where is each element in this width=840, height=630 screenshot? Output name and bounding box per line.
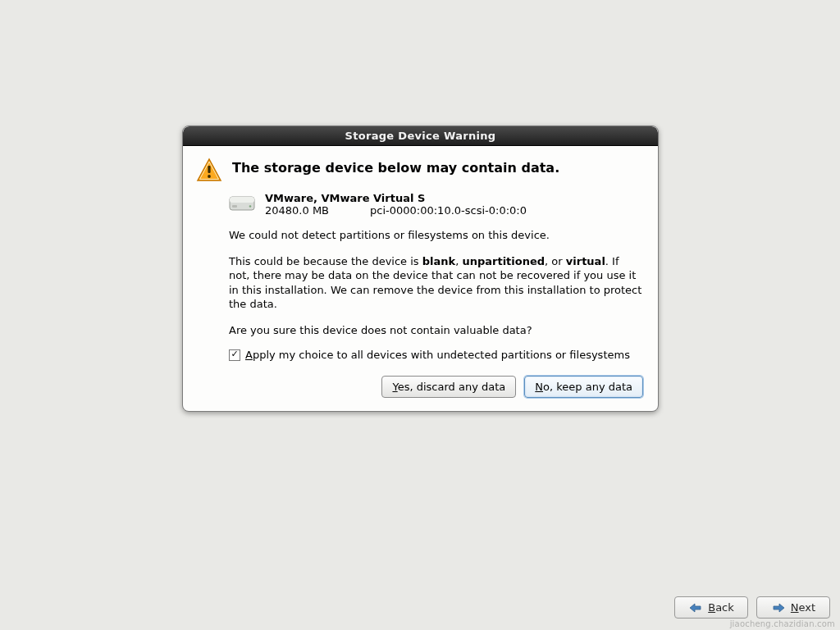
dialog-header-text: The storage device below may contain dat… xyxy=(232,158,559,176)
hard-drive-icon xyxy=(229,194,255,213)
no-keep-button[interactable]: No, keep any data xyxy=(524,376,643,398)
apply-all-checkbox-label: Apply my choice to all devices with unde… xyxy=(245,349,630,361)
svg-rect-2 xyxy=(208,166,210,173)
device-info-row: VMware, VMware Virtual S 20480.0 MBpci-0… xyxy=(229,192,643,217)
apply-all-checkbox[interactable] xyxy=(229,349,240,361)
dialog-titlebar: Storage Device Warning xyxy=(183,126,658,146)
watermark-text: jiaocheng.chazidian.com xyxy=(730,619,835,628)
svg-rect-5 xyxy=(230,197,254,203)
svg-point-7 xyxy=(249,205,252,208)
device-details: 20480.0 MBpci-0000:00:10.0-scsi-0:0:0:0 xyxy=(265,204,527,217)
device-name: VMware, VMware Virtual S xyxy=(265,192,527,204)
arrow-left-icon xyxy=(688,602,703,614)
dialog-paragraph-2: This could be because the device is blan… xyxy=(229,254,643,312)
dialog-paragraph-3: Are you sure this device does not contai… xyxy=(229,323,643,338)
wizard-nav-buttons: Back Next xyxy=(674,596,830,619)
back-button[interactable]: Back xyxy=(674,596,748,619)
svg-point-3 xyxy=(208,175,211,178)
dialog-body: The storage device below may contain dat… xyxy=(183,146,658,411)
apply-all-checkbox-row[interactable]: Apply my choice to all devices with unde… xyxy=(229,349,643,361)
storage-warning-dialog: Storage Device Warning The storage devic… xyxy=(182,126,659,412)
device-path: pci-0000:00:10.0-scsi-0:0:0:0 xyxy=(370,204,527,217)
arrow-right-icon xyxy=(771,602,786,614)
device-size: 20480.0 MB xyxy=(265,204,329,217)
dialog-paragraph-1: We could not detect partitions or filesy… xyxy=(229,228,643,243)
warning-icon xyxy=(196,158,222,184)
yes-discard-button[interactable]: Yes, discard any data xyxy=(381,376,516,398)
next-button[interactable]: Next xyxy=(756,596,830,619)
svg-rect-6 xyxy=(232,205,237,208)
